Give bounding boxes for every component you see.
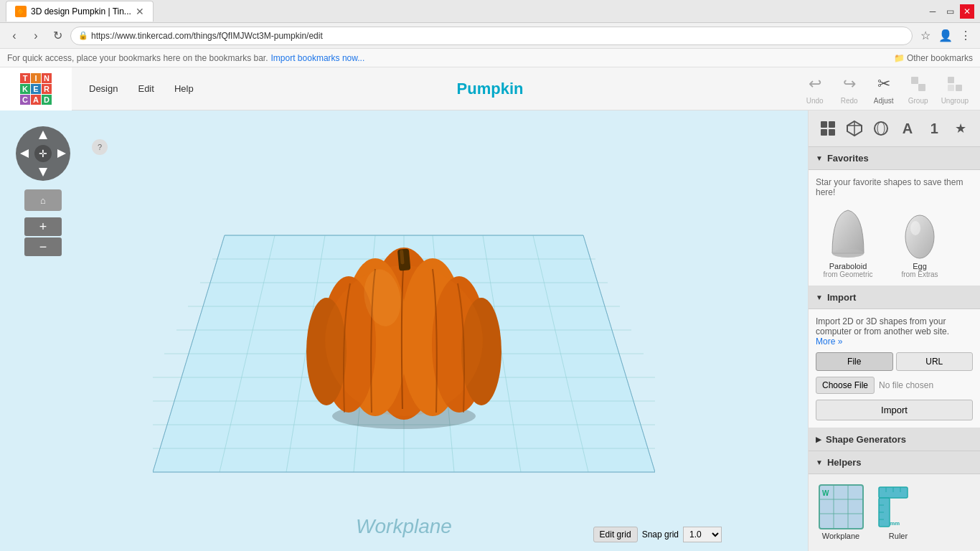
redo-icon: ↪ [838,72,861,95]
main-area: Workplane [0,110,980,551]
egg-name: Egg [913,262,927,270]
favorites-content: Star your favorite shapes to save them h… [809,170,980,286]
browser-tab[interactable]: 🔶 3D design Pumpkin | Tin... ✕ [6,1,154,22]
group-action[interactable]: Group [907,72,930,105]
svg-text:W: W [822,489,829,497]
paraboloid-source: from Geometric [824,270,873,278]
shape-paraboloid[interactable]: Paraboloid from Geometric [816,204,880,278]
menu-edit[interactable]: Edit [128,80,164,97]
snap-grid-select[interactable]: 1.0 0.5 0.25 [683,527,722,542]
grid-view-icon[interactable] [816,116,840,141]
svg-text:⌂: ⌂ [40,195,46,206]
import-description: Import 2D or 3D shapes from your compute… [816,316,973,347]
reload-btn[interactable]: ↻ [49,27,66,44]
import-section-header[interactable]: ▼ Import [809,286,980,309]
snap-grid-label: Snap grid [642,529,679,540]
file-btn[interactable]: File [816,352,893,371]
minimize-btn[interactable]: ─ [925,4,940,19]
logo-i: I [31,73,41,83]
shape-egg[interactable]: Egg from Extras [887,204,952,278]
edit-grid-btn[interactable]: Edit grid [593,527,638,542]
ungroup-action[interactable]: Ungroup [941,72,969,105]
app-container: T I N K E R C A D Design Edit Help Pumpk… [0,67,980,551]
pumpkin[interactable] [289,219,519,436]
menu-help[interactable]: Help [164,80,204,97]
workplane-helper-preview: W [816,481,866,532]
viewport[interactable]: Workplane [0,110,808,551]
redo-label: Redo [841,97,858,105]
window-controls: ─ ▭ ✕ [925,4,974,19]
help-btn[interactable]: ? [92,139,108,155]
helper-ruler[interactable]: mm Ruler [873,481,923,540]
back-btn[interactable]: ‹ [6,27,23,44]
adjust-icon: ✂ [872,72,895,95]
profile-btn[interactable]: 👤 [937,27,954,44]
svg-rect-49 [829,121,835,128]
number-icon[interactable]: 1 [922,116,946,141]
svg-point-56 [877,122,885,135]
url-btn[interactable]: URL [896,352,974,371]
cube-icon[interactable] [842,116,867,141]
logo-c: C [20,95,30,105]
shape-generators-label: Shape Generators [826,434,906,445]
tab-favicon: 🔶 [15,6,27,17]
svg-text:✛: ✛ [39,148,47,159]
logo-d: D [42,95,52,105]
tinkercad-logo: T I N K E R C A D [20,73,52,105]
maximize-btn[interactable]: ▭ [943,4,957,19]
browser-titlebar: 🔶 3D design Pumpkin | Tin... ✕ ─ ▭ ✕ [0,0,980,23]
paraboloid-preview [821,204,875,262]
logo-t: T [20,73,30,83]
home-view-btn[interactable]: ⌂ [24,189,62,213]
helpers-section-header[interactable]: ▼ Helpers [809,451,980,474]
zoom-in-btn[interactable]: + [24,217,62,236]
bookmark-btn[interactable]: ☆ [917,27,934,44]
import-submit-btn[interactable]: Import [816,400,973,420]
right-panel: A 1 ★ ▼ Favorites Star your favorite sha… [808,110,980,551]
choose-file-btn[interactable]: Choose File [816,377,875,394]
extensions-btn[interactable]: ⋮ [957,27,974,44]
address-bar[interactable]: 🔒 https://www.tinkercad.com/things/fQfIM… [70,27,913,45]
other-bookmarks: 📁 Other bookmarks [894,53,973,63]
adjust-action[interactable]: ✂ Adjust [872,72,895,105]
import-label: Import [827,292,856,303]
menu-design[interactable]: Design [79,80,128,97]
import-arrow: ▼ [816,293,823,301]
import-more-link[interactable]: More » [816,336,842,347]
text-icon[interactable]: A [895,116,920,141]
ruler-helper-preview: mm [873,481,923,532]
helper-workplane[interactable]: W Workplane [816,481,866,540]
panel-collapse-btn[interactable]: › [808,316,809,345]
nav-controls: ✛ ? ⌂ + − [14,125,72,256]
tinkercad-logo-area[interactable]: T I N K E R C A D [0,67,72,110]
paraboloid-name: Paraboloid [829,262,867,270]
close-btn[interactable]: ✕ [960,4,974,19]
ungroup-label: Ungroup [941,97,969,105]
lock-icon: 🔒 [78,31,88,40]
tab-close-btn[interactable]: ✕ [136,6,144,17]
favorites-section-header[interactable]: ▼ Favorites [809,147,980,170]
undo-action[interactable]: ↩ Undo [804,72,826,105]
svg-rect-48 [821,121,827,128]
sphere-icon[interactable] [869,116,893,141]
project-title: Pumpkin [457,80,524,98]
redo-action[interactable]: ↪ Redo [838,72,861,105]
logo-r: R [42,84,52,94]
nav-disc-svg[interactable]: ✛ [14,125,72,182]
group-icon [907,72,930,95]
zoom-out-btn[interactable]: − [24,237,62,256]
shape-generators-header[interactable]: ▶ Shape Generators [809,428,980,451]
star-icon[interactable]: ★ [948,116,973,141]
import-bookmarks-link[interactable]: Import bookmarks now... [271,53,365,63]
logo-e: E [31,84,41,94]
favorites-label: Favorites [827,153,869,164]
bookmarks-bar: For quick access, place your bookmarks h… [0,49,980,67]
forward-btn[interactable]: › [27,27,44,44]
egg-preview [892,204,947,262]
logo-k: K [20,84,30,94]
svg-point-55 [875,122,887,135]
egg-source: from Extras [901,270,938,278]
url-text: https://www.tinkercad.com/things/fQfIMJW… [91,31,323,41]
group-label: Group [908,97,928,105]
svg-point-59 [905,215,934,258]
